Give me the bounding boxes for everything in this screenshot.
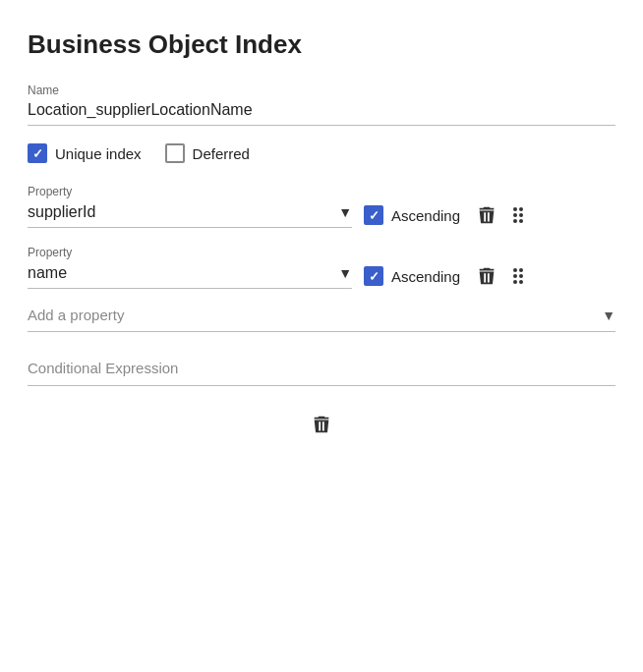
unique-index-checkbox[interactable]: ✓ Unique index: [28, 143, 142, 163]
deferred-box: [165, 143, 185, 163]
property1-select[interactable]: supplierId ▼: [28, 203, 352, 228]
property-row-1: Property supplierId ▼ ✓ Ascending: [28, 185, 615, 228]
property1-value: supplierId: [28, 203, 95, 221]
property1-label: Property: [28, 185, 615, 198]
name-value: Location_supplierLocationName: [28, 101, 615, 126]
add-property-text: Add a property: [28, 307, 124, 323]
deferred-checkbox[interactable]: Deferred: [165, 143, 250, 163]
ascending-group-2: ✓ Ascending: [364, 266, 460, 286]
property-row-2: Property name ▼ ✓ Ascending: [28, 246, 615, 289]
property2-dropdown-arrow: ▼: [338, 265, 352, 281]
ascending-label-2: Ascending: [391, 268, 460, 285]
property2-label: Property: [28, 246, 615, 259]
ascending-label-1: Ascending: [391, 207, 460, 224]
page-title: Business Object Index: [28, 29, 615, 60]
property2-value: name: [28, 264, 67, 282]
delete-property1-button[interactable]: [472, 202, 501, 228]
property2-select[interactable]: name ▼: [28, 264, 352, 289]
name-label: Name: [28, 84, 615, 97]
delete-index-button[interactable]: [28, 414, 615, 435]
conditional-expression-field[interactable]: Conditional Expression: [28, 360, 615, 386]
ascending-group-1: ✓ Ascending: [364, 205, 460, 225]
drag-handle-2[interactable]: [513, 268, 523, 284]
add-property-dropdown[interactable]: Add a property ▼: [28, 307, 615, 332]
ascending-checkbox-2[interactable]: ✓: [364, 266, 383, 286]
drag-handle-1[interactable]: [513, 207, 523, 223]
unique-index-label: Unique index: [55, 145, 142, 162]
conditional-expression-text: Conditional Expression: [28, 360, 178, 376]
delete-property2-button[interactable]: [472, 263, 501, 289]
deferred-label: Deferred: [193, 145, 250, 162]
ascending-checkbox-1[interactable]: ✓: [364, 205, 383, 225]
add-property-arrow-icon: ▼: [602, 308, 615, 323]
property1-dropdown-arrow: ▼: [338, 204, 352, 220]
unique-index-box: ✓: [28, 143, 47, 163]
